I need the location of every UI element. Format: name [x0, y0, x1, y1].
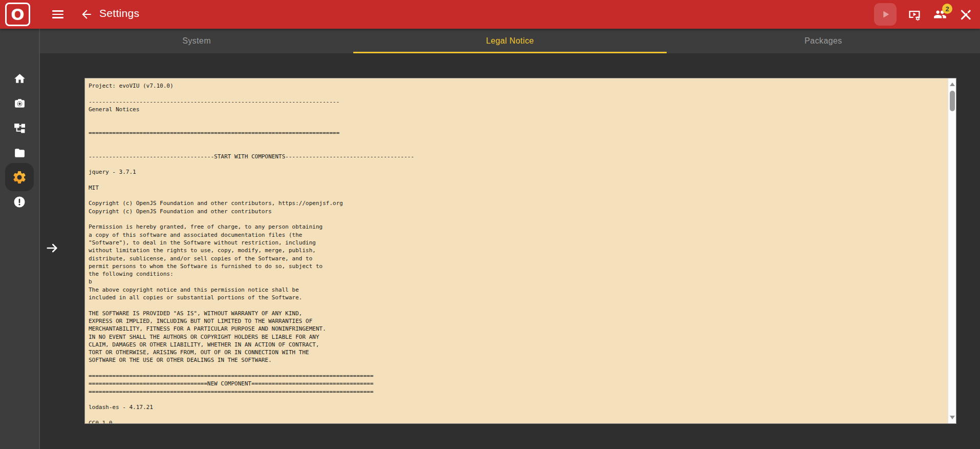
scroll-up-icon[interactable]: [950, 83, 955, 86]
menu-icon[interactable]: [52, 8, 66, 21]
tab-legal-notice-label: Legal Notice: [486, 36, 534, 46]
users-icon[interactable]: 2: [932, 8, 948, 21]
tab-legal-notice[interactable]: Legal Notice: [353, 29, 667, 53]
notification-badge: 2: [942, 4, 952, 14]
tab-system-label: System: [182, 36, 211, 46]
sidebar-item-camera[interactable]: [0, 97, 39, 110]
gear-icon: [12, 170, 27, 185]
legal-notice-text: Project: evoVIU (v7.10.0) --------------…: [85, 78, 956, 424]
tab-packages[interactable]: Packages: [667, 29, 980, 53]
legal-notice-textarea[interactable]: Project: evoVIU (v7.10.0) --------------…: [84, 78, 956, 424]
flow-tree-icon: [13, 121, 26, 134]
sidebar: [0, 29, 40, 449]
camera-icon: [13, 97, 26, 110]
sidebar-item-home[interactable]: [0, 72, 39, 85]
vertical-scrollbar[interactable]: [948, 78, 956, 423]
warning-icon: [13, 196, 26, 208]
scrollbar-thumb[interactable]: [950, 91, 955, 111]
tab-packages-label: Packages: [804, 36, 842, 46]
settings-tabbar: System Legal Notice Packages: [40, 29, 980, 53]
header-actions: 2: [874, 0, 973, 29]
back-arrow-icon[interactable]: [80, 8, 93, 21]
home-icon: [13, 72, 26, 85]
tab-system[interactable]: System: [40, 29, 353, 53]
scroll-down-icon[interactable]: [950, 416, 955, 419]
folder-icon: [13, 147, 26, 159]
exit-tools-icon[interactable]: [958, 7, 973, 22]
logo-letter: O: [11, 7, 24, 23]
play-button[interactable]: [874, 3, 897, 26]
page-title: Settings: [99, 7, 139, 19]
sidebar-item-notifications[interactable]: [0, 196, 39, 208]
sidebar-item-settings[interactable]: [5, 163, 34, 191]
expand-panel-arrow-icon[interactable]: [45, 241, 59, 257]
video-settings-icon[interactable]: [907, 7, 922, 22]
sidebar-item-files[interactable]: [0, 147, 39, 159]
header-bar: O Settings 2: [0, 0, 980, 29]
app-logo: O: [5, 3, 30, 26]
sidebar-item-pipeline[interactable]: [0, 121, 39, 134]
app-window: O Settings 2: [0, 0, 980, 449]
